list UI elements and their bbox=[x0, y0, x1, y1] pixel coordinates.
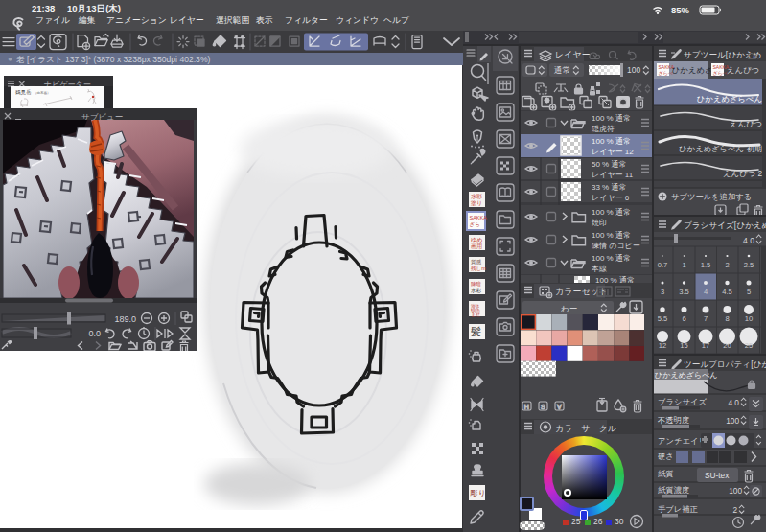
svg-text:ざらぺ: ざらぺ bbox=[713, 70, 728, 77]
svg-text:焼印: 焼印 bbox=[592, 219, 607, 227]
svg-text:水彩: 水彩 bbox=[471, 288, 482, 293]
svg-text:質感: 質感 bbox=[471, 259, 482, 265]
svg-text:100 % 通常: 100 % 通常 bbox=[592, 253, 631, 263]
svg-text:陳暗: 陳暗 bbox=[471, 281, 482, 288]
svg-text:通常: 通常 bbox=[554, 65, 570, 75]
svg-text:15: 15 bbox=[680, 341, 687, 350]
svg-text:本線: 本線 bbox=[591, 265, 607, 273]
svg-text:硬さ: 硬さ bbox=[658, 451, 674, 461]
svg-text:2: 2 bbox=[732, 505, 737, 515]
svg-text:カラーセット: カラーセット bbox=[555, 287, 608, 296]
svg-text:わー: わー bbox=[561, 304, 577, 313]
svg-text:100 % 通常: 100 % 通常 bbox=[592, 136, 631, 146]
svg-text:6: 6 bbox=[682, 314, 685, 323]
svg-text:100: 100 bbox=[726, 416, 739, 426]
svg-text:（由布岳）: （由布岳） bbox=[34, 91, 51, 95]
svg-text:ツールプロパティ[ひかえめ: ツールプロパティ[ひかえめ bbox=[684, 359, 766, 369]
svg-text:25: 25 bbox=[745, 341, 753, 350]
svg-text:7: 7 bbox=[704, 314, 708, 323]
svg-text:100: 100 bbox=[729, 486, 742, 496]
svg-text:画用: 画用 bbox=[471, 243, 482, 250]
svg-text:レイヤー: レイヤー bbox=[555, 50, 591, 59]
svg-text:10: 10 bbox=[745, 314, 753, 323]
svg-text:V: V bbox=[557, 404, 562, 410]
svg-text:1: 1 bbox=[682, 261, 685, 269]
svg-text:手ブレ補正: 手ブレ補正 bbox=[658, 504, 699, 514]
svg-text:水彩: 水彩 bbox=[471, 194, 482, 199]
svg-text:髪: 髪 bbox=[471, 326, 481, 337]
svg-text:鶴見岳: 鶴見岳 bbox=[15, 89, 32, 96]
svg-text:ブラシサイズ: ブラシサイズ bbox=[658, 397, 707, 406]
svg-text:えんぴつ: えんぴつ bbox=[727, 65, 759, 75]
svg-text:紙質: 紙質 bbox=[658, 469, 674, 478]
svg-text:ざらぺ: ざらぺ bbox=[659, 70, 673, 77]
svg-text:ひかえめざらぺん: ひかえめざらぺん bbox=[655, 371, 718, 380]
svg-text:33 % 通常: 33 % 通常 bbox=[592, 182, 626, 192]
svg-text:レイヤー 11: レイヤー 11 bbox=[592, 171, 634, 179]
svg-text:えんぴつ: えんぴつ bbox=[730, 119, 762, 128]
svg-text:1.5: 1.5 bbox=[701, 261, 711, 269]
svg-text:8: 8 bbox=[725, 314, 729, 323]
svg-text:サブツールを追加する: サブツールを追加する bbox=[671, 192, 752, 201]
svg-text:レイヤー 12: レイヤー 12 bbox=[592, 148, 634, 156]
svg-text:SAKKA: SAKKA bbox=[470, 215, 488, 220]
svg-text:20: 20 bbox=[723, 341, 731, 350]
svg-text:189.0: 189.0 bbox=[114, 314, 136, 324]
svg-text:レイヤー 6: レイヤー 6 bbox=[592, 194, 630, 202]
svg-text:4: 4 bbox=[704, 288, 708, 296]
svg-text:2: 2 bbox=[725, 261, 729, 269]
svg-text:S: S bbox=[541, 404, 545, 410]
svg-text:4.5: 4.5 bbox=[722, 288, 732, 296]
svg-text:塗り: 塗り bbox=[470, 200, 482, 207]
svg-text:残しm: 残しm bbox=[471, 266, 486, 271]
svg-text:SU-tex: SU-tex bbox=[705, 471, 730, 480]
svg-text:0.0: 0.0 bbox=[88, 329, 101, 338]
svg-text:2.5: 2.5 bbox=[744, 261, 754, 269]
svg-text:4.0: 4.0 bbox=[743, 236, 754, 245]
svg-text:50 % 通常: 50 % 通常 bbox=[592, 159, 626, 169]
svg-text:85%: 85% bbox=[671, 5, 690, 15]
svg-text:陳情 のコピー: 陳情 のコピー bbox=[592, 242, 640, 250]
svg-text:5: 5 bbox=[747, 288, 751, 296]
svg-text:ひかえめざらぺん: ひかえめざらぺん bbox=[697, 94, 762, 104]
svg-text:ひかえめざらぺん 初期: ひかえめざらぺん 初期 bbox=[679, 144, 762, 153]
svg-text:100 % 通常: 100 % 通常 bbox=[592, 113, 631, 123]
svg-text:3.5: 3.5 bbox=[679, 288, 689, 296]
svg-text:100: 100 bbox=[627, 65, 640, 75]
svg-text:サブツール[ひかえめ: サブツール[ひかえめ bbox=[684, 50, 761, 59]
svg-text:ませ: ませ bbox=[471, 312, 480, 317]
svg-text:えんぴつ 2: えんぴつ 2 bbox=[723, 169, 762, 178]
svg-text:彫り: 彫り bbox=[470, 489, 486, 497]
svg-text:ざら: ざら bbox=[470, 221, 480, 228]
svg-text:0.7: 0.7 bbox=[658, 261, 668, 269]
svg-text:カラーサークル: カラーサークル bbox=[555, 424, 616, 433]
svg-text:5.5: 5.5 bbox=[658, 314, 668, 323]
svg-text:12: 12 bbox=[659, 341, 666, 350]
svg-text:3: 3 bbox=[661, 288, 664, 296]
svg-text:不透明度: 不透明度 bbox=[657, 415, 689, 425]
svg-text:ひかえめざ: ひかえめざ bbox=[672, 65, 713, 75]
svg-text:17: 17 bbox=[702, 341, 709, 350]
svg-text:4.0: 4.0 bbox=[728, 398, 739, 407]
svg-text:100 % 通常: 100 % 通常 bbox=[592, 207, 631, 217]
svg-text:紙質濃度: 紙質濃度 bbox=[658, 485, 689, 495]
svg-text:隠虎符: 隠虎符 bbox=[592, 125, 615, 133]
svg-text:ゆめ: ゆめ bbox=[471, 237, 482, 243]
svg-text:100 % 通常: 100 % 通常 bbox=[592, 230, 631, 240]
svg-text:H: H bbox=[524, 404, 529, 410]
svg-text:ブラシサイズ[ひかえめざら: ブラシサイズ[ひかえめざら bbox=[684, 220, 766, 230]
